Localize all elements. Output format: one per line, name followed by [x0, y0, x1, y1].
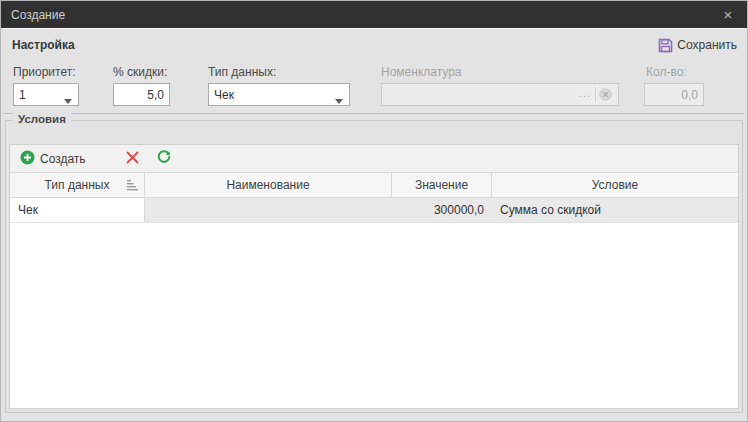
create-button-label: Создать: [40, 152, 86, 166]
discount-value[interactable]: [114, 84, 169, 105]
column-header-data-type[interactable]: Тип данных: [10, 173, 145, 197]
quantity-input: [644, 83, 704, 106]
nomenclature-input: ...: [381, 83, 619, 106]
nomenclature-label: Номенклатура: [381, 65, 462, 79]
data-type-value[interactable]: [209, 84, 349, 105]
close-icon[interactable]: ×: [718, 5, 738, 25]
discount-label: % скидки:: [113, 65, 167, 79]
table-row[interactable]: Чек 300000,0 Сумма со скидкой: [10, 198, 738, 223]
column-header-label: Наименование: [226, 178, 309, 192]
data-type-label: Тип данных:: [208, 65, 276, 79]
cell-name[interactable]: [145, 198, 392, 222]
plus-circle-icon: [20, 150, 35, 168]
cell-value[interactable]: 300000,0: [392, 198, 492, 222]
conditions-fieldset: Условия Создать: [5, 120, 743, 413]
save-button[interactable]: Сохранить: [658, 35, 737, 55]
discount-input[interactable]: [113, 83, 170, 106]
delete-button[interactable]: [120, 147, 145, 171]
save-icon: [658, 38, 673, 53]
quantity-value: [645, 84, 703, 105]
conditions-legend: Условия: [13, 113, 71, 125]
refresh-button[interactable]: [151, 147, 177, 171]
delete-x-icon: [126, 151, 139, 167]
clear-circle-icon: [596, 88, 615, 101]
conditions-toolbar: Создать: [10, 145, 738, 173]
sort-ascending-icon[interactable]: [127, 180, 138, 194]
quantity-label: Кол-во:: [646, 65, 687, 79]
data-type-select[interactable]: [208, 83, 350, 106]
priority-select[interactable]: [13, 83, 79, 106]
cell-condition[interactable]: Сумма со скидкой: [492, 198, 738, 222]
table-header-row: Тип данных Наименование Значение: [10, 173, 738, 198]
column-header-label: Значение: [415, 178, 468, 192]
column-header-value[interactable]: Значение: [392, 173, 492, 197]
column-header-label: Тип данных: [45, 178, 110, 192]
conditions-grid: Создать: [9, 144, 739, 409]
priority-label: Приоритет:: [13, 65, 76, 79]
chevron-down-icon[interactable]: [335, 93, 343, 107]
table-empty-area: [10, 223, 738, 408]
column-header-label: Условие: [592, 178, 638, 192]
window-title: Создание: [11, 8, 65, 22]
refresh-icon: [157, 150, 171, 167]
browse-ellipsis-icon: ...: [575, 87, 595, 103]
create-button[interactable]: Создать: [14, 147, 92, 171]
chevron-down-icon[interactable]: [64, 93, 72, 107]
create-dialog-window: Создание × Настройка Сохранить Приоритет…: [0, 0, 748, 422]
cell-data-type[interactable]: Чек: [10, 198, 145, 222]
column-header-name[interactable]: Наименование: [145, 173, 392, 197]
column-header-condition[interactable]: Условие: [492, 173, 738, 197]
settings-header: Настройка: [12, 38, 75, 52]
nomenclature-buttons: ...: [575, 84, 615, 105]
save-button-label: Сохранить: [677, 38, 737, 52]
settings-panel: Настройка Сохранить Приоритет: % скидки:: [3, 28, 745, 114]
titlebar: Создание ×: [1, 1, 747, 28]
